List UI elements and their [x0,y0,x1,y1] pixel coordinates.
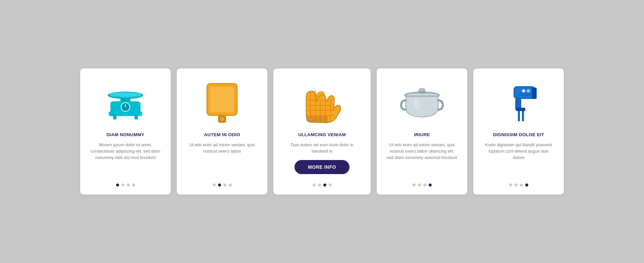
card-3-dots [313,183,332,187]
card-2-dots [213,183,232,187]
mixer-icon [495,78,542,125]
card-4-desc: Ut wisi enim ad minim veniam, quis nostr… [386,142,458,177]
card-1-dots [116,183,135,187]
card-3: ULLAMCING VENIAM Duis autem vel eum iriu… [273,68,371,195]
dot-4 [329,183,332,187]
card-2-desc: Ut wisi enim ad minim veniam, quis nostr… [186,142,258,177]
card-4-dots [413,183,432,187]
svg-point-13 [220,117,224,121]
svg-rect-1 [113,114,116,119]
dot-2 [318,183,321,187]
svg-rect-11 [210,87,234,112]
card-5-dots [509,183,528,187]
svg-rect-31 [532,88,537,99]
dot-4 [132,183,135,187]
dot-4 [229,183,232,187]
dot-1 [116,183,119,187]
dot-2 [121,183,124,187]
svg-rect-29 [515,87,534,98]
card-5-desc: Kodio dignissim qui blandit praesent lup… [483,142,554,177]
dot-2 [218,183,221,187]
card-1-desc: Morem ipsum dolor sit amet, consectetuer… [90,142,161,177]
card-5: DIGNISSIM DOLOE EIT Kodio dignissim qui … [473,68,564,195]
dot-3 [423,183,426,187]
dot-1 [313,183,316,187]
card-1-title: DIAM NONUMMY [106,132,144,137]
dot-3 [323,183,326,187]
dot-4 [429,183,432,187]
card-3-title: ULLAMCING VENIAM [298,132,346,137]
svg-rect-34 [518,110,520,121]
cards-container: DIAM NONUMMY Morem ipsum dolor sit amet,… [53,48,591,215]
card-4: IRIURE Ut wisi enim ad minim veniam, qui… [377,68,467,195]
dot-4 [525,183,528,187]
svg-point-32 [522,89,525,93]
svg-point-26 [419,88,425,91]
card-2: AUTEM IN ODIO Ut wisi enim ad minim veni… [177,68,267,195]
svg-rect-35 [522,110,524,121]
pot-icon [398,78,445,125]
oven-mitt-icon [300,78,344,125]
svg-point-33 [527,89,530,93]
card-1: DIAM NONUMMY Morem ipsum dolor sit amet,… [80,68,171,195]
svg-rect-23 [306,116,328,122]
scale-icon [104,78,147,125]
svg-rect-36 [516,108,525,111]
dot-1 [509,183,512,187]
svg-point-9 [109,92,142,97]
dot-3 [223,183,226,187]
cutting-board-icon [202,78,242,125]
dot-2 [515,183,518,187]
card-2-title: AUTEM IN ODIO [204,132,240,137]
dot-3 [127,183,130,187]
dot-2 [418,183,421,187]
card-4-title: IRIURE [414,132,430,137]
dot-1 [413,183,416,187]
dot-3 [520,183,523,187]
card-3-desc: Duis autem vel eum iriure dolor in hendr… [284,142,360,155]
more-info-button[interactable]: MORE INFO [294,160,350,174]
dot-1 [213,183,216,187]
card-5-title: DIGNISSIM DOLOE EIT [493,132,544,137]
svg-rect-2 [135,114,138,119]
